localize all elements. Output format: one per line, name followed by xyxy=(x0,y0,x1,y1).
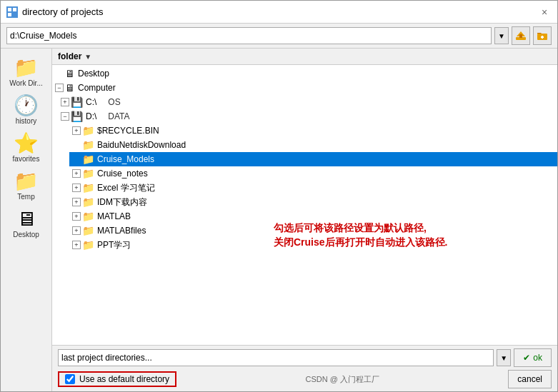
tree-item-c[interactable]: + 💾 C:\ OS xyxy=(58,95,557,109)
folder-header-label: folder xyxy=(58,51,81,61)
svg-rect-6 xyxy=(519,34,522,38)
tree-item-recycle[interactable]: + 📁 $RECYCLE.BIN xyxy=(69,124,557,138)
content-area: folder ▼ 🖥 Desktop − 🖥 Computer xyxy=(52,49,557,391)
new-folder-button[interactable] xyxy=(533,26,552,45)
tree-item-d[interactable]: − 💾 D:\ DATA xyxy=(58,109,557,124)
tree-sublabel-c: OS xyxy=(108,97,120,107)
matlab-icon: 📁 xyxy=(82,211,94,222)
sidebar-workdir-label: Work Dir... xyxy=(9,79,42,87)
temp-icon: 📁 xyxy=(14,171,39,191)
tree-label-c: C:\ xyxy=(86,97,96,107)
ppt-icon: 📁 xyxy=(82,239,94,251)
ok-checkmark-icon: ✔ xyxy=(523,353,530,363)
path-dropdown-button[interactable]: ▼ xyxy=(494,27,509,44)
cancel-button[interactable]: cancel xyxy=(508,370,552,388)
default-dir-checkbox[interactable] xyxy=(65,374,75,384)
sidebar: 📁 Work Dir... 🕐 history ⭐ favorites 📁 Te… xyxy=(1,49,52,391)
recycle-icon: 📁 xyxy=(82,125,94,136)
sidebar-temp-label: Temp xyxy=(17,193,34,201)
tree-label-cruise-models: Cruise_Models xyxy=(97,154,154,164)
excel-icon: 📁 xyxy=(82,182,94,194)
sidebar-item-desktop[interactable]: 🖥 Desktop xyxy=(2,206,51,242)
desktop-tree-icon: 🖥 xyxy=(65,68,75,79)
tree-item-matlabfiles[interactable]: + 📁 MATLABfiles xyxy=(69,223,557,238)
tree-label-computer: Computer xyxy=(78,83,116,93)
tree-sublabel-d: DATA xyxy=(108,111,129,121)
tree-item-ppt[interactable]: + 📁 PPT学习 xyxy=(69,238,557,252)
svg-rect-1 xyxy=(13,8,16,11)
tree-item-excel[interactable]: + 📁 Excel 学习笔记 xyxy=(69,181,557,195)
d-drive-icon: 💾 xyxy=(71,111,83,122)
ok-button[interactable]: ✔ ok xyxy=(514,348,552,367)
matlab-expand[interactable]: + xyxy=(72,212,81,221)
bottom-bar: ▼ ✔ ok Use as default directory CSDN @ 入… xyxy=(52,345,557,391)
sidebar-favorites-label: favorites xyxy=(13,155,40,163)
title-bar: directory of projects × xyxy=(1,1,557,24)
idm-icon: 📁 xyxy=(82,196,94,208)
tree-label-ppt: PPT学习 xyxy=(97,239,131,251)
window-title: directory of projects xyxy=(22,6,103,17)
path-bar: ▼ xyxy=(1,24,557,49)
tree-item-idm[interactable]: + 📁 IDM下载内容 xyxy=(69,195,557,209)
csdn-label: CSDN @ 入门程工厂 xyxy=(176,374,508,385)
tree-item-computer[interactable]: − 🖥 Computer xyxy=(52,81,557,95)
computer-tree-icon: 🖥 xyxy=(65,82,75,94)
tree-item-matlab[interactable]: + 📁 MATLAB xyxy=(69,209,557,223)
matlabfiles-expand[interactable]: + xyxy=(72,226,81,235)
tree-item-cruise-models[interactable]: 📁 Cruise_Models xyxy=(69,152,557,166)
folder-header: folder ▼ xyxy=(52,49,557,65)
favorites-icon: ⭐ xyxy=(14,134,39,154)
main-window: directory of projects × ▼ xyxy=(0,0,558,392)
sidebar-item-favorites[interactable]: ⭐ favorites xyxy=(2,130,51,166)
tree-container[interactable]: 🖥 Desktop − 🖥 Computer + 💾 C:\ OS xyxy=(52,65,557,345)
sidebar-item-temp[interactable]: 📁 Temp xyxy=(2,168,51,204)
baidu-icon: 📁 xyxy=(82,139,94,151)
navigate-up-button[interactable] xyxy=(512,26,530,45)
tree-label-baidu: BaiduNetdiskDownload xyxy=(97,140,186,150)
idm-expand[interactable]: + xyxy=(72,198,81,206)
sidebar-desktop-label: Desktop xyxy=(13,231,39,238)
ok-label: ok xyxy=(533,353,542,363)
close-button[interactable]: × xyxy=(537,5,552,19)
c-expand[interactable]: + xyxy=(61,98,69,106)
d-expand[interactable]: − xyxy=(61,112,69,121)
sidebar-history-label: history xyxy=(16,117,36,125)
desktop-icon: 🖥 xyxy=(16,209,36,229)
sidebar-item-history[interactable]: 🕐 history xyxy=(2,92,51,129)
title-bar-left: directory of projects xyxy=(6,6,103,18)
excel-expand[interactable]: + xyxy=(72,184,81,192)
cruise-notes-icon: 📁 xyxy=(82,168,94,179)
matlabfiles-icon: 📁 xyxy=(82,225,94,236)
tree-label-matlabfiles: MATLABfiles xyxy=(97,226,146,236)
tree-label-d: D:\ xyxy=(86,111,96,121)
computer-expand[interactable]: − xyxy=(55,84,64,92)
tree-item-cruise-notes[interactable]: + 📁 Cruise_notes xyxy=(69,166,557,181)
tree-label-idm: IDM下载内容 xyxy=(97,196,147,208)
tree-item-baidu[interactable]: 📁 BaiduNetdiskDownload xyxy=(69,138,557,152)
tree-label-matlab: MATLAB xyxy=(97,211,131,221)
default-dir-label[interactable]: Use as default directory xyxy=(79,374,169,384)
path-input[interactable] xyxy=(6,27,492,44)
svg-rect-2 xyxy=(8,13,11,16)
tree-item-desktop[interactable]: 🖥 Desktop xyxy=(52,66,557,81)
tree-label-excel: Excel 学习笔记 xyxy=(97,182,155,194)
workdir-icon: 📁 xyxy=(14,58,39,78)
sidebar-item-workdir[interactable]: 📁 Work Dir... xyxy=(2,54,51,91)
bottom-row2: Use as default directory CSDN @ 入门程工厂 ca… xyxy=(58,370,552,388)
cruise-notes-expand[interactable]: + xyxy=(72,169,81,178)
svg-rect-3 xyxy=(13,13,16,16)
project-dropdown-input[interactable] xyxy=(58,349,494,366)
tree-label-cruise-notes: Cruise_notes xyxy=(97,169,148,179)
recycle-expand[interactable]: + xyxy=(72,126,81,135)
ppt-expand[interactable]: + xyxy=(72,241,81,249)
c-drive-icon: 💾 xyxy=(71,96,83,108)
window-icon xyxy=(6,6,18,18)
history-icon: 🕐 xyxy=(14,96,39,116)
checkbox-area: Use as default directory xyxy=(58,371,176,387)
project-dropdown-arrow[interactable]: ▼ xyxy=(497,349,511,366)
bottom-row1: ▼ ✔ ok xyxy=(58,348,552,367)
svg-rect-0 xyxy=(8,8,11,11)
main-area: 📁 Work Dir... 🕐 history ⭐ favorites 📁 Te… xyxy=(1,49,557,391)
tree-label-desktop: Desktop xyxy=(78,69,109,79)
folder-sort-button[interactable]: ▼ xyxy=(84,53,91,61)
